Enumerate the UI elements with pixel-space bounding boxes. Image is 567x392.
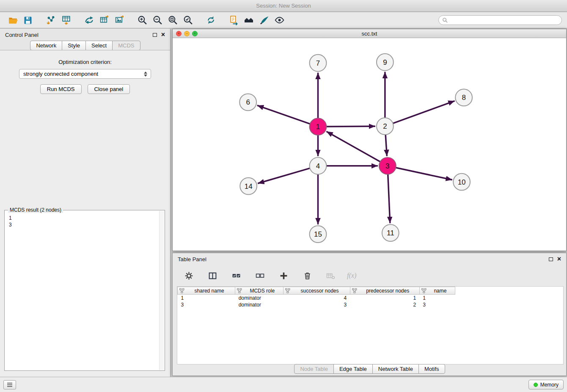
graph-node-9[interactable]: 9: [377, 54, 394, 71]
graph-node-1[interactable]: 1: [310, 118, 327, 135]
memory-status-icon: [534, 383, 538, 387]
application-window: Session: New Session: [0, 0, 567, 392]
graph-node-15[interactable]: 15: [310, 226, 327, 243]
minimize-window-icon[interactable]: −: [184, 31, 190, 36]
column-header-name[interactable]: name: [419, 287, 455, 295]
save-session-button[interactable]: [20, 14, 36, 27]
column-header-mcds-role[interactable]: MCDS role: [235, 287, 284, 295]
graph-node-10[interactable]: 10: [453, 174, 470, 190]
table-cell[interactable]: 4: [284, 295, 350, 301]
function-builder-icon[interactable]: f(x): [347, 272, 356, 279]
table-row[interactable]: 3dominator323: [178, 301, 564, 308]
search-input[interactable]: [450, 17, 558, 23]
zoom-out-button[interactable]: [150, 14, 165, 27]
graph-node-11[interactable]: 11: [382, 224, 399, 241]
graph-edge-3-10[interactable]: [396, 168, 452, 180]
tab-network[interactable]: Network: [30, 41, 62, 50]
deselect-all-button[interactable]: [252, 269, 267, 282]
table-cell[interactable]: dominator: [235, 301, 284, 308]
graph-edges: [257, 72, 455, 225]
search-box[interactable]: [438, 15, 562, 25]
run-mcds-button[interactable]: Run MCDS: [40, 84, 82, 94]
graph-edge-3-11[interactable]: [388, 174, 390, 224]
column-header-label: successor nodes: [301, 288, 339, 294]
window-title: Session: New Session: [256, 3, 311, 9]
show-columns-button[interactable]: [205, 269, 220, 282]
column-header-shared-name[interactable]: shared name: [178, 287, 235, 295]
graph-node-2[interactable]: 2: [377, 118, 394, 135]
criterion-dropdown[interactable]: strongly connected component: [19, 69, 151, 79]
tab-node-table[interactable]: Node Table: [294, 364, 334, 374]
graph-node-6[interactable]: 6: [239, 94, 256, 110]
select-all-button[interactable]: [228, 269, 244, 282]
delete-column-button[interactable]: [300, 269, 315, 282]
delete-table-button[interactable]: [323, 269, 339, 282]
graph-edge-3-1[interactable]: [326, 131, 380, 162]
zoom-fit-button[interactable]: [165, 14, 180, 27]
open-session-button[interactable]: [5, 14, 20, 27]
apply-style-button[interactable]: [256, 14, 272, 27]
graph-node-8[interactable]: 8: [455, 89, 472, 106]
show-hide-button[interactable]: [272, 14, 287, 27]
graph-edge-2-3[interactable]: [385, 135, 387, 156]
export-table-button[interactable]: [96, 14, 112, 27]
sort-tree-icon: [285, 288, 290, 293]
control-panel-tabs: NetworkStyleSelectMCDS: [0, 41, 170, 50]
export-image-button[interactable]: [112, 14, 127, 27]
table-cell[interactable]: 1: [178, 295, 235, 301]
mcds-result-box: MCDS result (2 nodes) 13: [4, 210, 165, 371]
header-filler: [455, 287, 563, 295]
result-scrollbar[interactable]: [159, 211, 164, 370]
graph-node-14[interactable]: 14: [240, 178, 257, 195]
float-panel-icon[interactable]: [153, 33, 157, 37]
graph-edge-1-2[interactable]: [326, 126, 375, 127]
zoom-in-button[interactable]: [135, 14, 150, 27]
sort-tree-icon: [237, 288, 242, 293]
graph-node-4[interactable]: 4: [310, 157, 327, 174]
tab-edge-table[interactable]: Edge Table: [333, 364, 373, 374]
table-cell[interactable]: 1: [419, 295, 455, 301]
graph-edge-2-8[interactable]: [393, 101, 455, 123]
table-cell[interactable]: dominator: [235, 295, 284, 301]
close-panel-icon[interactable]: ×: [161, 31, 165, 38]
tab-network-table[interactable]: Network Table: [372, 364, 419, 374]
table-cell[interactable]: 3: [284, 301, 350, 308]
home-button[interactable]: [241, 14, 256, 27]
graph-node-7[interactable]: 7: [310, 55, 327, 72]
add-column-button[interactable]: [276, 269, 291, 282]
tab-mcds[interactable]: MCDS: [112, 41, 140, 50]
close-table-panel-icon[interactable]: ×: [557, 256, 561, 262]
save-floppy-icon: [23, 15, 33, 25]
tab-motifs[interactable]: Motifs: [418, 364, 445, 374]
tab-style[interactable]: Style: [62, 41, 86, 50]
graph-node-label: 3: [385, 162, 389, 170]
table-row[interactable]: 1dominator411: [178, 295, 564, 301]
close-panel-button[interactable]: Close panel: [88, 84, 130, 94]
table-cell[interactable]: 3: [419, 301, 455, 308]
float-table-panel-icon[interactable]: [549, 257, 553, 261]
table-settings-button[interactable]: [181, 269, 196, 282]
graph-edge-4-14[interactable]: [258, 168, 310, 183]
zoom-selected-button[interactable]: [180, 14, 195, 27]
table-cell[interactable]: 1: [350, 295, 419, 301]
node-table: shared nameMCDS rolesuccessor nodesprede…: [177, 286, 564, 364]
graph-node-3[interactable]: 3: [379, 157, 396, 174]
table-cell[interactable]: 3: [178, 301, 235, 308]
task-history-button[interactable]: [3, 380, 16, 389]
tab-select[interactable]: Select: [85, 41, 113, 50]
import-table-button[interactable]: [58, 14, 74, 27]
column-header-successor-nodes[interactable]: successor nodes: [284, 287, 350, 295]
mcds-result-list: 13: [6, 211, 159, 370]
import-network-button[interactable]: [43, 14, 58, 27]
maximize-window-icon[interactable]: +: [192, 31, 198, 36]
close-window-icon[interactable]: ×: [176, 31, 182, 36]
graph-edge-1-6[interactable]: [257, 105, 310, 124]
memory-button[interactable]: Memory: [528, 380, 564, 389]
apply-layout-button[interactable]: [203, 14, 218, 27]
network-canvas[interactable]: 7968124310141511: [173, 39, 566, 251]
network-graph[interactable]: 7968124310141511: [173, 39, 566, 251]
column-header-predecessor-nodes[interactable]: predecessor nodes: [350, 287, 419, 295]
export-network-button[interactable]: [81, 14, 96, 27]
table-cell[interactable]: 2: [350, 301, 419, 308]
copy-view-button[interactable]: [226, 14, 241, 27]
